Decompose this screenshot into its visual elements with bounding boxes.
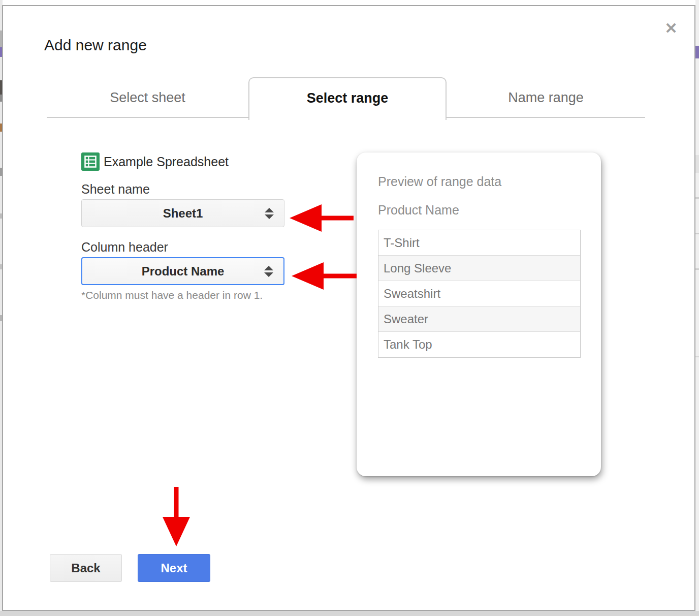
- tab-select-sheet[interactable]: Select sheet: [47, 77, 248, 118]
- close-icon[interactable]: ✕: [662, 19, 680, 38]
- column-header-note: *Column must have a header in row 1.: [81, 289, 263, 301]
- annotation-arrow-left-sheet: [290, 204, 354, 232]
- column-header-label: Column header: [81, 240, 168, 255]
- table-row: Long Sleeve: [378, 256, 580, 281]
- background-page-bottom-edge: [0, 611, 699, 616]
- add-range-dialog: ✕ Add new range Select sheet Select rang…: [2, 5, 695, 611]
- table-row: Sweater: [378, 306, 580, 332]
- unfold-arrows-icon: [264, 265, 273, 278]
- table-row: Tank Top: [378, 332, 580, 357]
- preview-title: Preview of range data: [378, 174, 501, 189]
- table-row: T-Shirt: [378, 230, 580, 256]
- preview-column-header: Product Name: [378, 203, 459, 218]
- next-button[interactable]: Next: [138, 554, 210, 582]
- spreadsheet-icon: [81, 152, 100, 171]
- annotation-arrow-left-column: [292, 262, 357, 290]
- spreadsheet-name: Example Spreadsheet: [104, 155, 229, 169]
- back-button[interactable]: Back: [50, 554, 122, 582]
- sheet-name-value: Sheet1: [163, 206, 203, 220]
- sheet-name-dropdown[interactable]: Sheet1: [81, 199, 284, 227]
- preview-panel: Preview of range data Product Name T-Shi…: [357, 152, 601, 476]
- unfold-arrows-icon: [265, 207, 274, 220]
- background-page-right-edge: [695, 0, 699, 616]
- dialog-title: Add new range: [44, 37, 147, 54]
- table-row: Sweatshirt: [378, 281, 580, 306]
- tab-select-range[interactable]: Select range: [248, 77, 447, 120]
- column-header-value: Product Name: [142, 264, 225, 278]
- column-header-dropdown[interactable]: Product Name: [81, 257, 284, 285]
- tab-name-range[interactable]: Name range: [447, 77, 645, 118]
- preview-table: T-Shirt Long Sleeve Sweatshirt Sweater T…: [378, 230, 581, 358]
- annotation-arrow-down-next: [163, 487, 190, 547]
- sheet-name-label: Sheet name: [81, 182, 150, 197]
